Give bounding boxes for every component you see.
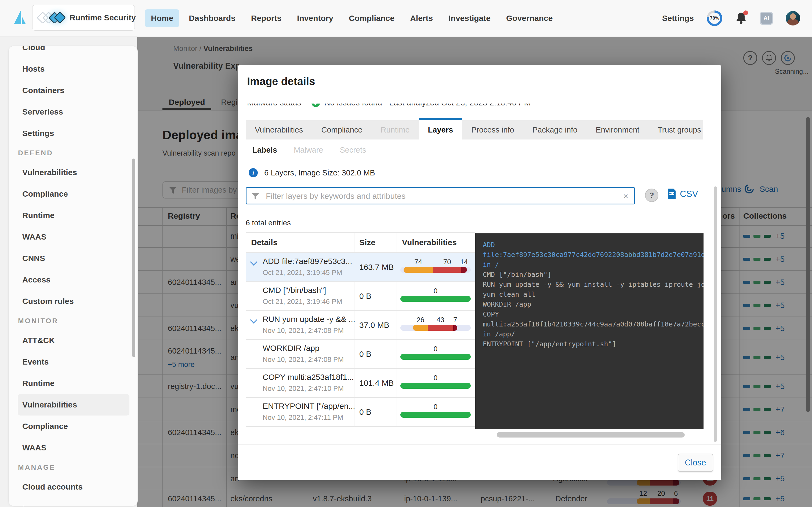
sidebar-item[interactable]: Events — [9, 351, 138, 373]
filter-help-button[interactable]: ? — [645, 188, 658, 202]
total-entries: 6 total entries — [246, 219, 291, 227]
nav-tab[interactable]: Compliance — [343, 9, 400, 27]
layers-info-text: 6 Layers, Image Size: 302.0 MB — [264, 168, 375, 177]
sidebar-item-label: Hosts — [22, 64, 45, 73]
export-csv-button[interactable]: CSV — [667, 188, 698, 200]
modal-tab[interactable]: Package info — [523, 120, 587, 139]
nav-tab[interactable]: Home — [145, 9, 179, 27]
col-size[interactable]: Size — [359, 238, 375, 247]
sidebar-item-label: Compliance — [22, 189, 68, 199]
sidebar-item[interactable]: Vulnerabilities — [18, 394, 130, 415]
modal-tab[interactable]: Layers — [419, 118, 462, 139]
progress-value: 78% — [710, 15, 719, 21]
ai-assistant-button[interactable]: AI — [760, 12, 773, 25]
layer-size: 37.0 MB — [359, 321, 389, 330]
sidebar-item[interactable]: Access — [9, 269, 138, 290]
layer-row[interactable]: ENTRYPOINT ["/app/en... Nov 10, 2021, 2:… — [246, 398, 475, 427]
code-line: file:7aef897e53c30ca977c42dd7692208abbd3… — [483, 250, 704, 260]
sidebar-item[interactable]: Compliance — [9, 415, 138, 437]
sidebar-item-label: Logs — [22, 504, 42, 506]
modal-scrollbar[interactable] — [714, 186, 717, 442]
code-line: ADD — [483, 240, 704, 250]
modal-tab[interactable]: Runtime — [372, 120, 419, 139]
user-avatar[interactable] — [786, 11, 800, 25]
severity-bar: 0 — [400, 354, 471, 360]
nav-tab[interactable]: Governance — [500, 9, 559, 27]
nav-tab[interactable]: Reports — [245, 9, 287, 27]
sidebar-item[interactable]: Runtime — [9, 373, 138, 394]
sidebar-item[interactable]: Vulnerabilities — [9, 162, 138, 183]
modal-subtabs: LabelsMalwareSecrets — [252, 146, 366, 155]
modal-footer-divider — [238, 445, 721, 445]
code-horizontal-scrollbar[interactable] — [497, 432, 685, 438]
sidebar-item-label: Events — [22, 357, 49, 367]
product-switcher[interactable]: Runtime Security — [32, 5, 135, 31]
code-line: COPY — [483, 309, 704, 319]
close-button[interactable]: Close — [678, 454, 713, 472]
layer-date: Nov 10, 2021, 2:47:08 PM — [263, 327, 344, 335]
sidebar-item-label: MONITOR — [18, 317, 58, 325]
nav-tab[interactable]: Investigate — [443, 9, 497, 27]
sidebar-item[interactable]: ATT&CK — [9, 330, 138, 351]
sidebar-item-label: Serverless — [22, 107, 63, 116]
modal-subtab[interactable]: Labels — [252, 146, 277, 155]
sidebar-scrollbar[interactable] — [132, 159, 135, 357]
layer-date: Oct 21, 2021, 3:19:46 PM — [263, 297, 342, 306]
sidebar-item[interactable]: Logs — [9, 498, 138, 506]
sidebar-item[interactable]: Cloud accounts — [9, 476, 138, 498]
clear-filter-button[interactable]: × — [623, 191, 628, 201]
top-bar: Runtime Security HomeDashboardsReportsIn… — [0, 0, 812, 37]
col-vulnerabilities[interactable]: Vulnerabilities — [402, 238, 457, 247]
sidebar-item[interactable]: Runtime — [9, 205, 138, 226]
layer-size: 0 B — [359, 349, 371, 359]
sidebar-item-label: ATT&CK — [22, 336, 55, 345]
layers-filter-input[interactable]: Filter layers by keywords and attributes… — [246, 187, 635, 205]
layer-size: 0 B — [359, 407, 371, 416]
modal-tab[interactable]: Process info — [462, 120, 523, 139]
sidebar-item[interactable]: Custom rules — [9, 290, 138, 312]
modal-tab[interactable]: Trust groups — [649, 120, 710, 139]
sidebar-item[interactable]: DEFEND — [9, 144, 138, 162]
notifications-button[interactable] — [735, 11, 747, 25]
sidebar-item[interactable]: Containers — [9, 80, 138, 101]
modal-tab[interactable]: Environment — [587, 120, 649, 139]
layer-row[interactable]: COPY multi:a253af18f1... Nov 10, 2021, 2… — [246, 369, 475, 398]
sidebar-item[interactable]: Compliance — [9, 183, 138, 205]
nav-tab[interactable]: Alerts — [404, 9, 439, 27]
layer-row[interactable]: RUN yum update -y && ... Nov 10, 2021, 2… — [246, 311, 475, 340]
layer-date: Nov 10, 2021, 2:47:08 PM — [263, 355, 344, 364]
sidebar-item-label: Access — [22, 275, 50, 284]
sidebar-item-label: Vulnerabilities — [22, 168, 77, 177]
chevron-down-icon[interactable] — [250, 258, 257, 266]
modal-subtab[interactable]: Secrets — [340, 146, 366, 155]
layer-size: 0 B — [359, 292, 371, 301]
layer-row[interactable]: ADD file:7aef897e53c3... Oct 21, 2021, 3… — [246, 253, 475, 282]
nav-tab[interactable]: Dashboards — [183, 9, 241, 27]
modal-subtab[interactable]: Malware — [294, 146, 323, 155]
sidebar-item[interactable]: Settings — [9, 123, 138, 144]
info-icon: i — [249, 168, 258, 177]
layer-row[interactable]: CMD ["/bin/bash"] Oct 21, 2021, 3:19:46 … — [246, 282, 475, 311]
sidebar-item[interactable]: MONITOR — [9, 312, 138, 330]
layer-row[interactable]: WORKDIR /app Nov 10, 2021, 2:47:08 PM 0 … — [246, 340, 475, 369]
modal-title: Image details — [247, 75, 315, 88]
sidebar-item[interactable]: Hosts — [9, 58, 138, 80]
app-root: Runtime Security HomeDashboardsReportsIn… — [0, 0, 812, 507]
sidebar-item[interactable]: WAAS — [9, 437, 138, 458]
modal-tabs: VulnerabilitiesComplianceRuntimeLayersPr… — [246, 120, 703, 139]
sidebar-item[interactable]: WAAS — [9, 226, 138, 247]
sidebar-item[interactable]: Serverless — [9, 101, 138, 123]
sidebar-item[interactable]: CNNS — [9, 247, 138, 269]
code-line: multi:a253af18f1b4210339c744c9aa7a0d0708… — [483, 319, 704, 329]
main-nav: HomeDashboardsReportsInventoryCompliance… — [145, 0, 562, 37]
chevron-down-icon[interactable] — [250, 316, 257, 324]
modal-tab[interactable]: Vulnerabilities — [246, 120, 312, 139]
nav-tab[interactable]: Inventory — [291, 9, 339, 27]
sidebar-item[interactable]: Cloud — [9, 46, 138, 58]
progress-ring[interactable]: 78% — [707, 10, 722, 26]
col-details[interactable]: Details — [251, 238, 277, 247]
modal-tab[interactable]: Compliance — [312, 120, 371, 139]
sidebar-item[interactable]: MANAGE — [9, 458, 138, 476]
layer-date: Oct 21, 2021, 3:19:45 PM — [263, 269, 342, 277]
settings-link[interactable]: Settings — [662, 14, 694, 23]
